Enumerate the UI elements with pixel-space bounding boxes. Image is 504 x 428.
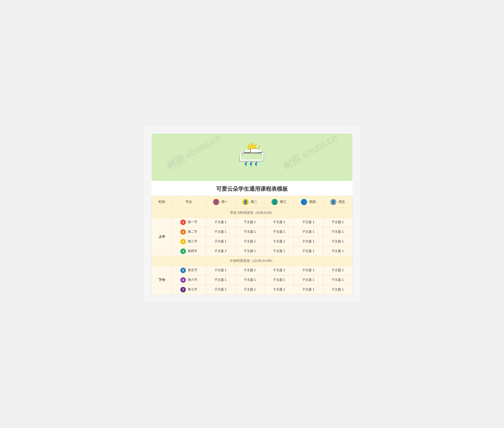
header-section: 树图 shutu.cn 树图 shutu.cn xyxy=(152,134,352,181)
p6-wed[interactable]: 子主题 1 xyxy=(264,275,294,285)
period-name-7: 第七节 xyxy=(188,288,197,292)
period-name-3: 第三节 xyxy=(188,239,197,244)
p4-fri[interactable]: 子主题 1 xyxy=(323,246,352,256)
table-row: 2 第二节 子主题 1 子主题 1 子主题 1 子主题 1 子主题 1 xyxy=(152,227,352,237)
period-4-cell: 4 第四节 xyxy=(172,246,206,256)
avatar-wednesday: 👤 xyxy=(272,199,278,205)
period-badge-1: 1 xyxy=(180,220,186,225)
svg-rect-16 xyxy=(261,153,263,155)
day-label-friday: 周五 xyxy=(338,200,345,204)
svg-rect-23 xyxy=(244,150,250,152)
p5-fri[interactable]: 子主题 1 xyxy=(323,265,352,275)
period-3-cell: 3 第三节 xyxy=(172,237,206,246)
avatar-friday: 👤 xyxy=(330,199,336,205)
p2-thu[interactable]: 子主题 1 xyxy=(294,227,323,237)
p6-fri[interactable]: 子主题 1 xyxy=(323,275,352,285)
p4-mon[interactable]: 子主题 2 xyxy=(206,246,235,256)
p7-mon[interactable]: 子主题 2 xyxy=(206,285,235,294)
p7-tue[interactable]: 子主题 1 xyxy=(235,285,264,294)
morning-break-row: 早自习时间安排（8:00-8:20） xyxy=(152,208,352,217)
period-name-1: 第一节 xyxy=(188,220,197,224)
svg-rect-1 xyxy=(252,143,253,144)
svg-rect-2 xyxy=(248,144,250,146)
p4-wed[interactable]: 子主题 1 xyxy=(264,246,294,256)
table-row: 3 第三节 子主题 1 子主题 1 子主题 1 子主题 1 子主题 1 xyxy=(152,237,352,246)
pm-period-label: 下午 xyxy=(152,265,172,294)
p5-mon[interactable]: 子主题 1 xyxy=(206,265,235,275)
weather-icon xyxy=(236,141,268,167)
svg-rect-17 xyxy=(240,155,241,160)
period-badge-4: 4 xyxy=(180,248,186,254)
period-badge-7: 7 xyxy=(180,287,186,292)
th-day-3: 👤 周三 xyxy=(264,196,294,208)
p3-fri[interactable]: 子主题 1 xyxy=(323,237,352,246)
period-name-5: 第五节 xyxy=(188,268,197,272)
p6-thu[interactable]: 子主题 1 xyxy=(294,275,323,285)
th-time: 时间 xyxy=(152,196,172,208)
p2-tue[interactable]: 子主题 1 xyxy=(235,227,264,237)
p4-tue[interactable]: 子主题 1 xyxy=(235,246,264,256)
avatar-thursday: 👤 xyxy=(301,199,307,205)
table-row: 4 第四节 子主题 2 子主题 1 子主题 1 子主题 1 子主题 1 xyxy=(152,246,352,256)
p6-mon[interactable]: 子主题 1 xyxy=(206,275,235,285)
svg-rect-15 xyxy=(240,153,242,155)
period-5-cell: 5 第五节 xyxy=(172,265,206,275)
p3-tue[interactable]: 子主题 1 xyxy=(235,237,264,246)
p2-mon[interactable]: 子主题 1 xyxy=(206,227,235,237)
day-label-tuesday: 周二 xyxy=(251,200,257,204)
am-period-label: 上午 xyxy=(152,217,172,256)
svg-rect-27 xyxy=(245,163,247,165)
svg-rect-18 xyxy=(262,155,264,160)
p6-tue[interactable]: 子主题 1 xyxy=(235,275,264,285)
p3-mon[interactable]: 子主题 1 xyxy=(206,237,235,246)
period-badge-2: 2 xyxy=(180,229,186,235)
th-day-5: 👤 周五 xyxy=(323,196,352,208)
p5-wed[interactable]: 子主题 1 xyxy=(264,265,294,275)
day-label-thursday: 周四 xyxy=(309,200,316,204)
schedule-table: 时间 节次 👤 周一 👤 周二 👤 xyxy=(152,196,352,295)
th-day-4: 👤 周四 xyxy=(294,196,323,208)
page-title: 可爱云朵学生通用课程表模板 xyxy=(156,185,348,193)
th-period: 节次 xyxy=(172,196,206,208)
p1-tue[interactable]: 子主题 1 xyxy=(235,217,264,227)
svg-rect-28 xyxy=(246,165,247,166)
svg-rect-34 xyxy=(256,165,257,166)
svg-rect-30 xyxy=(250,163,252,165)
title-section: 可爱云朵学生通用课程表模板 xyxy=(152,181,352,196)
watermark-left: 树图 shutu.cn xyxy=(164,134,224,173)
table-row: 7 第七节 子主题 2 子主题 1 子主题 1 子主题 1 子主题 1 xyxy=(152,285,352,294)
th-day-1: 👤 周一 xyxy=(206,196,235,208)
svg-rect-25 xyxy=(257,150,262,152)
avatar-tuesday: 👤 xyxy=(242,199,249,205)
p3-wed[interactable]: 子主题 1 xyxy=(264,237,294,246)
period-1-cell: 1 第一节 xyxy=(172,217,206,227)
period-7-cell: 7 第七节 xyxy=(172,285,206,294)
p2-wed[interactable]: 子主题 1 xyxy=(264,227,294,237)
table-header-row: 时间 节次 👤 周一 👤 周二 👤 xyxy=(152,196,352,208)
period-6-cell: 6 第六节 xyxy=(172,275,206,285)
table-row: 上午 1 第一节 子主题 1 子主题 1 子主题 1 子主题 1 子主题 1 xyxy=(152,217,352,227)
afternoon-break-row: 午休时间安排（12:00-14:00） xyxy=(152,256,352,265)
p7-fri[interactable]: 子主题 1 xyxy=(323,285,352,294)
p1-fri[interactable]: 子主题 1 xyxy=(323,217,352,227)
afternoon-break-label: 午休时间安排（12:00-14:00） xyxy=(152,256,352,265)
svg-rect-29 xyxy=(251,162,252,163)
p4-thu[interactable]: 子主题 1 xyxy=(294,246,323,256)
p1-thu[interactable]: 子主题 1 xyxy=(294,217,323,227)
svg-rect-5 xyxy=(258,146,261,147)
svg-rect-3 xyxy=(255,144,257,146)
svg-rect-26 xyxy=(246,162,247,163)
table-row: 6 第六节 子主题 1 子主题 1 子主题 1 子主题 1 子主题 1 xyxy=(152,275,352,285)
p7-wed[interactable]: 子主题 1 xyxy=(264,285,294,294)
period-name-6: 第六节 xyxy=(188,278,197,282)
p1-mon[interactable]: 子主题 1 xyxy=(206,217,235,227)
p5-thu[interactable]: 子主题 1 xyxy=(294,265,323,275)
p7-thu[interactable]: 子主题 1 xyxy=(294,285,323,294)
p1-wed[interactable]: 子主题 1 xyxy=(264,217,294,227)
th-day-2: 👤 周二 xyxy=(235,196,264,208)
p5-tue[interactable]: 子主题 1 xyxy=(235,265,264,275)
svg-rect-32 xyxy=(256,162,257,163)
day-label-monday: 周一 xyxy=(221,200,228,204)
p2-fri[interactable]: 子主题 1 xyxy=(323,227,352,237)
p3-thu[interactable]: 子主题 1 xyxy=(294,237,323,246)
